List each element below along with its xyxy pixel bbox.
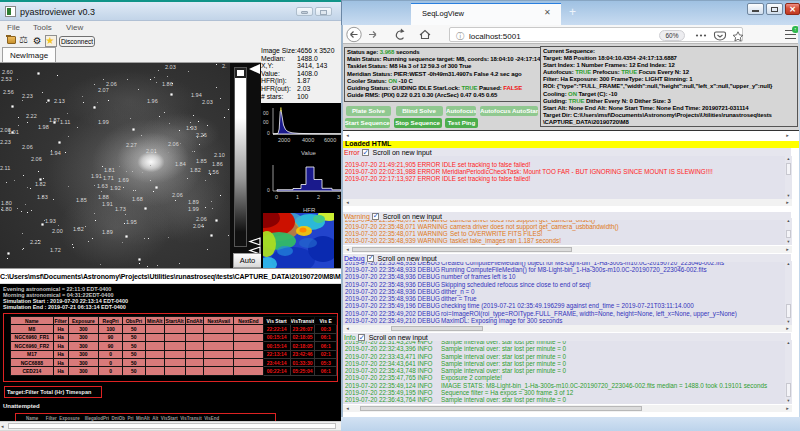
svg-text:3: 3: [337, 194, 340, 200]
svg-text:6000: 6000: [324, 137, 336, 143]
svg-text:2000: 2000: [278, 137, 290, 143]
svg-text:0: 0: [275, 194, 278, 200]
svg-text:0: 0: [267, 130, 270, 136]
svg-text:00: 00: [263, 119, 269, 125]
svg-text:00: 00: [263, 110, 269, 116]
svg-text:Value: Value: [301, 150, 317, 156]
svg-text:HFR: HFR: [303, 207, 316, 213]
svg-text:1: 1: [296, 194, 299, 200]
svg-text:0: 0: [267, 187, 270, 193]
svg-text:2: 2: [317, 194, 320, 200]
svg-text:4000: 4000: [302, 137, 314, 143]
